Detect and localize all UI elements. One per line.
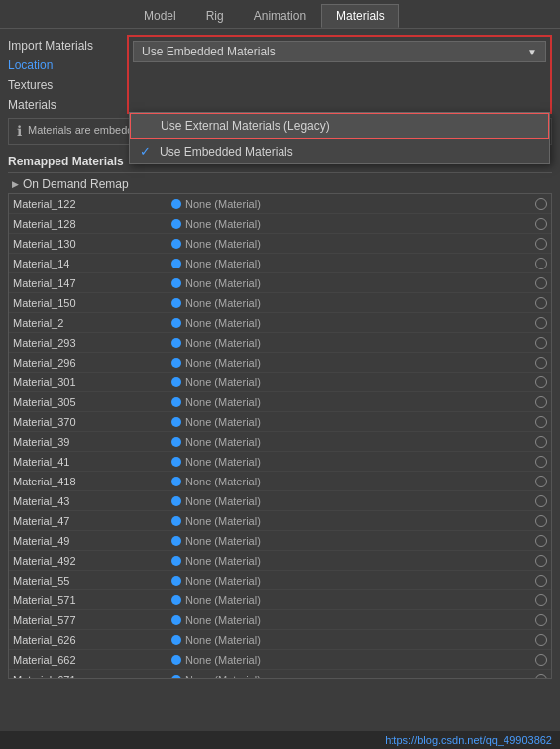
table-row[interactable]: Material_305None (Material)	[9, 392, 551, 412]
material-circle-icon[interactable]	[535, 297, 547, 309]
table-row[interactable]: Material_293None (Material)	[9, 333, 551, 353]
table-row[interactable]: Material_671None (Material)	[9, 670, 551, 679]
material-name: Material_43	[13, 495, 171, 507]
material-name: Material_128	[13, 218, 171, 230]
table-row[interactable]: Material_418None (Material)	[9, 472, 551, 491]
material-circle-icon[interactable]	[535, 198, 547, 210]
dropdown-item-embedded-label: Use Embedded Materials	[160, 145, 293, 159]
table-row[interactable]: Material_662None (Material)	[9, 650, 551, 670]
material-circle-icon[interactable]	[535, 258, 547, 269]
material-circle-icon[interactable]	[535, 456, 547, 468]
table-row[interactable]: Material_296None (Material)	[9, 353, 551, 373]
footer-url: https://blog.csdn.net/qq_49903862	[385, 734, 552, 746]
table-row[interactable]: Material_147None (Material)	[9, 273, 551, 293]
location-label[interactable]: Location	[8, 56, 127, 74]
material-circle-icon[interactable]	[535, 416, 547, 428]
material-name: Material_14	[13, 258, 171, 269]
table-row[interactable]: Material_39None (Material)	[9, 432, 551, 452]
material-circle-icon[interactable]	[535, 515, 547, 527]
material-circle-icon[interactable]	[535, 495, 547, 507]
material-name: Material_2	[13, 317, 171, 329]
material-circle-icon[interactable]	[535, 535, 547, 547]
material-circle-icon[interactable]	[535, 634, 547, 646]
tab-animation[interactable]: Animation	[239, 4, 321, 28]
material-dot-icon	[171, 259, 181, 268]
dropdown-selected-label: Use Embedded Materials	[142, 45, 276, 58]
material-circle-icon[interactable]	[535, 654, 547, 666]
material-value-label: None (Material)	[185, 337, 261, 349]
table-row[interactable]: Material_150None (Material)	[9, 293, 551, 313]
table-row[interactable]: Material_2None (Material)	[9, 313, 551, 333]
material-dot-icon	[171, 457, 181, 467]
table-row[interactable]: Material_626None (Material)	[9, 630, 551, 650]
material-circle-icon[interactable]	[535, 555, 547, 567]
tab-materials[interactable]: Materials	[321, 4, 399, 28]
table-row[interactable]: Material_14None (Material)	[9, 254, 551, 273]
material-circle-icon[interactable]	[535, 218, 547, 230]
material-circle-icon[interactable]	[535, 376, 547, 388]
material-name: Material_296	[13, 357, 171, 369]
material-value-label: None (Material)	[185, 198, 261, 210]
tab-rig[interactable]: Rig	[191, 4, 239, 28]
table-row[interactable]: Material_301None (Material)	[9, 373, 551, 392]
material-dot-icon	[171, 477, 181, 486]
material-name: Material_122	[13, 198, 171, 210]
table-row[interactable]: Material_577None (Material)	[9, 610, 551, 630]
on-demand-label: On Demand Remap	[23, 177, 129, 191]
material-dot-icon	[171, 556, 181, 566]
material-dot-icon	[171, 576, 181, 586]
material-circle-icon[interactable]	[535, 476, 547, 487]
table-row[interactable]: Material_571None (Material)	[9, 590, 551, 610]
footer-bar: https://blog.csdn.net/qq_49903862	[0, 731, 560, 749]
import-label: Import Materials	[8, 37, 127, 54]
material-name: Material_626	[13, 634, 171, 646]
material-circle-icon[interactable]	[535, 614, 547, 626]
material-dot-icon	[171, 298, 181, 308]
material-circle-icon[interactable]	[535, 238, 547, 250]
table-row[interactable]: Material_47None (Material)	[9, 511, 551, 531]
table-row[interactable]: Material_492None (Material)	[9, 551, 551, 571]
on-demand-row[interactable]: ▶ On Demand Remap	[8, 175, 552, 193]
chevron-down-icon: ▼	[527, 47, 537, 57]
table-row[interactable]: Material_370None (Material)	[9, 412, 551, 432]
triangle-icon: ▶	[12, 179, 19, 189]
table-row[interactable]: Material_130None (Material)	[9, 234, 551, 254]
table-row[interactable]: Material_122None (Material)	[9, 194, 551, 214]
material-circle-icon[interactable]	[535, 277, 547, 289]
material-value-label: None (Material)	[185, 515, 261, 527]
material-circle-icon[interactable]	[535, 674, 547, 680]
material-circle-icon[interactable]	[535, 436, 547, 448]
dropdown-menu: Use External Materials (Legacy) ✓ Use Em…	[129, 112, 550, 164]
material-circle-icon[interactable]	[535, 357, 547, 369]
table-row[interactable]: Material_43None (Material)	[9, 491, 551, 511]
material-value-label: None (Material)	[185, 317, 261, 329]
material-dot-icon	[171, 417, 181, 427]
material-dot-icon	[171, 496, 181, 506]
dropdown-item-external[interactable]: Use External Materials (Legacy)	[130, 113, 549, 139]
material-dot-icon	[171, 655, 181, 665]
material-list: Material_122None (Material)Material_128N…	[8, 193, 552, 679]
tab-model[interactable]: Model	[129, 4, 191, 28]
material-circle-icon[interactable]	[535, 317, 547, 329]
material-name: Material_150	[13, 297, 171, 309]
material-circle-icon[interactable]	[535, 337, 547, 349]
material-circle-icon[interactable]	[535, 575, 547, 587]
tab-bar: Model Rig Animation Materials	[0, 0, 560, 29]
dropdown-toggle[interactable]: Use Embedded Materials ▼	[133, 41, 546, 62]
table-row[interactable]: Material_49None (Material)	[9, 531, 551, 551]
table-row[interactable]: Material_55None (Material)	[9, 571, 551, 590]
material-dot-icon	[171, 199, 181, 209]
material-circle-icon[interactable]	[535, 594, 547, 606]
table-row[interactable]: Material_128None (Material)	[9, 214, 551, 234]
material-dot-icon	[171, 595, 181, 605]
material-value-label: None (Material)	[185, 218, 261, 230]
material-circle-icon[interactable]	[535, 396, 547, 408]
material-dot-icon	[171, 358, 181, 368]
material-dot-icon	[171, 239, 181, 249]
material-value-label: None (Material)	[185, 238, 261, 250]
table-row[interactable]: Material_41None (Material)	[9, 452, 551, 472]
material-dot-icon	[171, 437, 181, 447]
dropdown-item-external-label: Use External Materials (Legacy)	[161, 119, 330, 133]
dropdown-item-embedded[interactable]: ✓ Use Embedded Materials	[130, 139, 549, 163]
material-value-label: None (Material)	[185, 674, 261, 680]
